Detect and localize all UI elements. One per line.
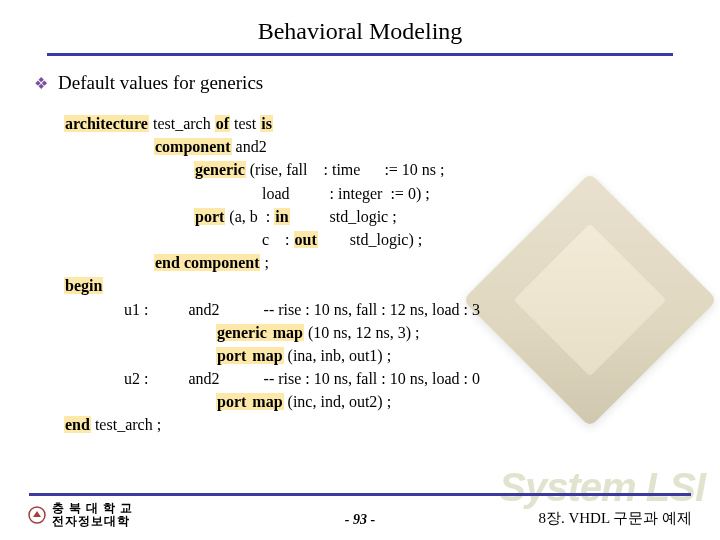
- chapter-label: 8장. VHDL 구문과 예제: [538, 509, 692, 528]
- college-name: 전자정보대학: [52, 515, 133, 528]
- kw-port: port: [194, 208, 225, 225]
- kw-component: component: [154, 138, 232, 155]
- kw-generic: generic: [194, 161, 246, 178]
- footer-line: [29, 493, 691, 496]
- kw-of: of: [215, 115, 230, 132]
- diamond-bullet-icon: ❖: [34, 74, 48, 93]
- univ-name: 충 북 대 학 교: [52, 502, 133, 515]
- kw-end: end: [64, 416, 91, 433]
- code-block: architecture test_arch of test is compon…: [64, 112, 700, 437]
- page-title: Behavioral Modeling: [20, 18, 700, 45]
- kw-out: out: [294, 231, 318, 248]
- kw-begin: begin: [64, 277, 103, 294]
- title-underline: [47, 53, 673, 56]
- bullet-text: Default values for generics: [58, 72, 263, 94]
- university-logo-icon: [28, 506, 46, 524]
- kw-in: in: [274, 208, 289, 225]
- page-number: - 93 -: [345, 512, 375, 528]
- kw-port-map: port: [216, 347, 251, 364]
- bullet-item: ❖ Default values for generics: [34, 72, 700, 94]
- kw-end-component: end component: [154, 254, 260, 271]
- slide-content: Behavioral Modeling ❖ Default values for…: [0, 0, 720, 437]
- kw-is: is: [260, 115, 273, 132]
- footer: 충 북 대 학 교 전자정보대학 - 93 - 8장. VHDL 구문과 예제: [0, 493, 720, 528]
- kw-port-map2: port: [216, 393, 251, 410]
- kw-architecture: architecture: [64, 115, 149, 132]
- kw-generic-map: generic: [216, 324, 272, 341]
- footer-left: 충 북 대 학 교 전자정보대학: [28, 502, 133, 528]
